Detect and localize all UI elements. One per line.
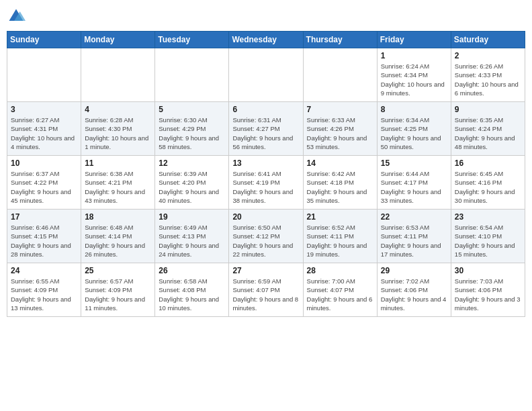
day-number: 28 — [307, 266, 373, 275]
calendar-cell: 25Sunrise: 6:57 AM Sunset: 4:09 PM Dayli… — [81, 263, 155, 317]
logo — [7, 7, 28, 26]
day-info: Sunrise: 6:42 AM Sunset: 4:18 PM Dayligh… — [307, 169, 373, 205]
day-number: 23 — [455, 212, 521, 222]
calendar-cell: 11Sunrise: 6:38 AM Sunset: 4:21 PM Dayli… — [81, 156, 155, 210]
day-info: Sunrise: 6:49 AM Sunset: 4:13 PM Dayligh… — [159, 223, 225, 259]
day-number: 11 — [85, 158, 151, 168]
day-info: Sunrise: 6:24 AM Sunset: 4:34 PM Dayligh… — [381, 62, 447, 97]
calendar-cell: 20Sunrise: 6:50 AM Sunset: 4:12 PM Dayli… — [229, 210, 303, 263]
day-info: Sunrise: 6:28 AM Sunset: 4:30 PM Dayligh… — [85, 116, 151, 151]
day-info: Sunrise: 6:38 AM Sunset: 4:21 PM Dayligh… — [85, 169, 151, 205]
weekday-header-tuesday: Tuesday — [155, 32, 229, 48]
day-number: 29 — [381, 266, 447, 275]
day-number: 4 — [85, 105, 151, 114]
day-info: Sunrise: 6:30 AM Sunset: 4:29 PM Dayligh… — [159, 116, 225, 151]
day-number: 25 — [85, 266, 151, 275]
calendar-cell: 17Sunrise: 6:46 AM Sunset: 4:15 PM Dayli… — [7, 210, 81, 263]
day-number: 3 — [11, 105, 77, 114]
day-number: 27 — [232, 266, 299, 275]
day-number: 12 — [159, 158, 225, 168]
calendar-cell: 1Sunrise: 6:24 AM Sunset: 4:34 PM Daylig… — [377, 48, 451, 102]
day-info: Sunrise: 6:55 AM Sunset: 4:09 PM Dayligh… — [11, 277, 77, 312]
calendar-cell: 12Sunrise: 6:39 AM Sunset: 4:20 PM Dayli… — [155, 156, 229, 210]
day-info: Sunrise: 6:50 AM Sunset: 4:12 PM Dayligh… — [232, 223, 299, 259]
day-info: Sunrise: 6:34 AM Sunset: 4:25 PM Dayligh… — [381, 116, 447, 151]
day-number: 14 — [307, 158, 373, 168]
day-info: Sunrise: 6:33 AM Sunset: 4:26 PM Dayligh… — [307, 116, 373, 151]
day-info: Sunrise: 6:41 AM Sunset: 4:19 PM Dayligh… — [232, 169, 299, 205]
day-number: 13 — [232, 158, 299, 168]
day-info: Sunrise: 6:31 AM Sunset: 4:27 PM Dayligh… — [232, 116, 299, 151]
calendar-cell — [155, 48, 229, 102]
calendar-cell: 15Sunrise: 6:44 AM Sunset: 4:17 PM Dayli… — [377, 156, 451, 210]
calendar-cell: 2Sunrise: 6:26 AM Sunset: 4:33 PM Daylig… — [451, 48, 525, 102]
calendar-week-5: 24Sunrise: 6:55 AM Sunset: 4:09 PM Dayli… — [7, 263, 525, 317]
day-info: Sunrise: 6:26 AM Sunset: 4:33 PM Dayligh… — [455, 62, 521, 97]
day-number: 10 — [11, 158, 77, 168]
calendar-cell: 8Sunrise: 6:34 AM Sunset: 4:25 PM Daylig… — [377, 102, 451, 156]
day-number: 9 — [455, 105, 521, 114]
day-number: 15 — [381, 158, 447, 168]
calendar-header-row: SundayMondayTuesdayWednesdayThursdayFrid… — [7, 32, 525, 48]
calendar-cell: 24Sunrise: 6:55 AM Sunset: 4:09 PM Dayli… — [7, 263, 81, 317]
weekday-header-saturday: Saturday — [451, 32, 525, 48]
calendar-cell: 3Sunrise: 6:27 AM Sunset: 4:31 PM Daylig… — [7, 102, 81, 156]
day-number: 2 — [455, 51, 521, 60]
day-number: 30 — [455, 266, 521, 275]
calendar-week-2: 3Sunrise: 6:27 AM Sunset: 4:31 PM Daylig… — [7, 102, 525, 156]
day-info: Sunrise: 6:48 AM Sunset: 4:14 PM Dayligh… — [85, 223, 151, 259]
calendar-cell: 28Sunrise: 7:00 AM Sunset: 4:07 PM Dayli… — [303, 263, 377, 317]
calendar-cell: 19Sunrise: 6:49 AM Sunset: 4:13 PM Dayli… — [155, 210, 229, 263]
calendar-cell: 4Sunrise: 6:28 AM Sunset: 4:30 PM Daylig… — [81, 102, 155, 156]
day-info: Sunrise: 6:45 AM Sunset: 4:16 PM Dayligh… — [455, 169, 521, 205]
day-number: 17 — [11, 212, 77, 222]
weekday-header-wednesday: Wednesday — [229, 32, 303, 48]
day-info: Sunrise: 7:00 AM Sunset: 4:07 PM Dayligh… — [307, 277, 373, 312]
calendar-cell: 22Sunrise: 6:53 AM Sunset: 4:11 PM Dayli… — [377, 210, 451, 263]
day-number: 19 — [159, 212, 225, 222]
day-number: 5 — [159, 105, 225, 114]
weekday-header-monday: Monday — [81, 32, 155, 48]
calendar-cell: 30Sunrise: 7:03 AM Sunset: 4:06 PM Dayli… — [451, 263, 525, 317]
day-number: 20 — [232, 212, 299, 222]
day-number: 24 — [11, 266, 77, 275]
weekday-header-friday: Friday — [377, 32, 451, 48]
calendar-cell: 26Sunrise: 6:58 AM Sunset: 4:08 PM Dayli… — [155, 263, 229, 317]
day-number: 16 — [455, 158, 521, 168]
day-info: Sunrise: 6:54 AM Sunset: 4:10 PM Dayligh… — [455, 223, 521, 259]
page-header — [7, 7, 525, 26]
calendar-cell — [81, 48, 155, 102]
calendar-week-4: 17Sunrise: 6:46 AM Sunset: 4:15 PM Dayli… — [7, 210, 525, 263]
calendar-cell — [7, 48, 81, 102]
calendar-cell: 21Sunrise: 6:52 AM Sunset: 4:11 PM Dayli… — [303, 210, 377, 263]
day-info: Sunrise: 6:52 AM Sunset: 4:11 PM Dayligh… — [307, 223, 373, 259]
calendar-cell: 16Sunrise: 6:45 AM Sunset: 4:16 PM Dayli… — [451, 156, 525, 210]
day-number: 7 — [307, 105, 373, 114]
day-info: Sunrise: 6:35 AM Sunset: 4:24 PM Dayligh… — [455, 116, 521, 151]
calendar-cell: 7Sunrise: 6:33 AM Sunset: 4:26 PM Daylig… — [303, 102, 377, 156]
day-number: 26 — [159, 266, 225, 275]
calendar-cell: 29Sunrise: 7:02 AM Sunset: 4:06 PM Dayli… — [377, 263, 451, 317]
calendar-cell: 14Sunrise: 6:42 AM Sunset: 4:18 PM Dayli… — [303, 156, 377, 210]
day-number: 22 — [381, 212, 447, 222]
calendar-cell: 23Sunrise: 6:54 AM Sunset: 4:10 PM Dayli… — [451, 210, 525, 263]
calendar-cell — [303, 48, 377, 102]
calendar-cell: 13Sunrise: 6:41 AM Sunset: 4:19 PM Dayli… — [229, 156, 303, 210]
calendar-table: SundayMondayTuesdayWednesdayThursdayFrid… — [7, 31, 525, 317]
calendar-week-1: 1Sunrise: 6:24 AM Sunset: 4:34 PM Daylig… — [7, 48, 525, 102]
calendar-cell: 6Sunrise: 6:31 AM Sunset: 4:27 PM Daylig… — [229, 102, 303, 156]
day-info: Sunrise: 6:57 AM Sunset: 4:09 PM Dayligh… — [85, 277, 151, 312]
day-info: Sunrise: 6:59 AM Sunset: 4:07 PM Dayligh… — [232, 277, 299, 312]
day-number: 18 — [85, 212, 151, 222]
calendar-week-3: 10Sunrise: 6:37 AM Sunset: 4:22 PM Dayli… — [7, 156, 525, 210]
calendar-cell — [229, 48, 303, 102]
calendar-cell: 10Sunrise: 6:37 AM Sunset: 4:22 PM Dayli… — [7, 156, 81, 210]
day-info: Sunrise: 6:44 AM Sunset: 4:17 PM Dayligh… — [381, 169, 447, 205]
day-info: Sunrise: 6:53 AM Sunset: 4:11 PM Dayligh… — [381, 223, 447, 259]
day-number: 6 — [232, 105, 299, 114]
day-number: 8 — [381, 105, 447, 114]
weekday-header-thursday: Thursday — [303, 32, 377, 48]
weekday-header-sunday: Sunday — [7, 32, 81, 48]
day-info: Sunrise: 6:27 AM Sunset: 4:31 PM Dayligh… — [11, 116, 77, 151]
day-info: Sunrise: 7:02 AM Sunset: 4:06 PM Dayligh… — [381, 277, 447, 312]
